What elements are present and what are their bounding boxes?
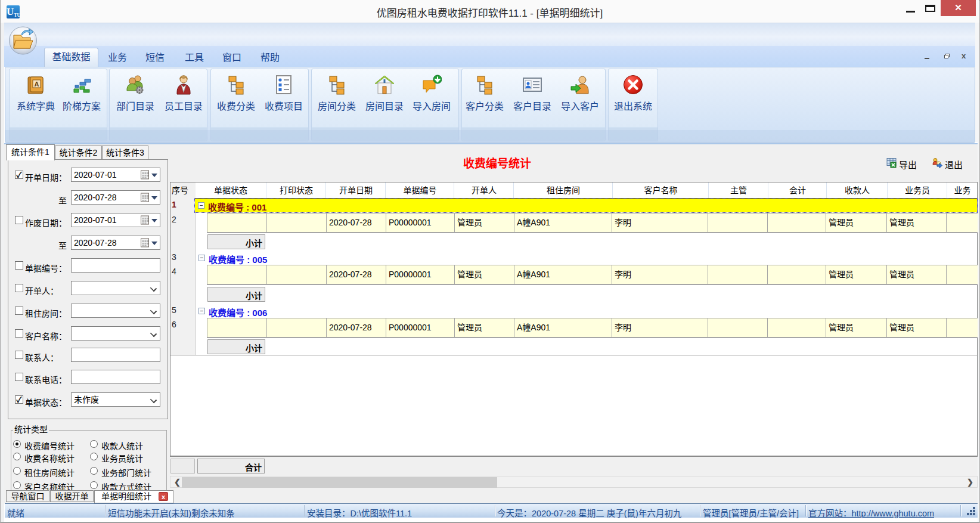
svg-text:A: A (35, 81, 39, 88)
